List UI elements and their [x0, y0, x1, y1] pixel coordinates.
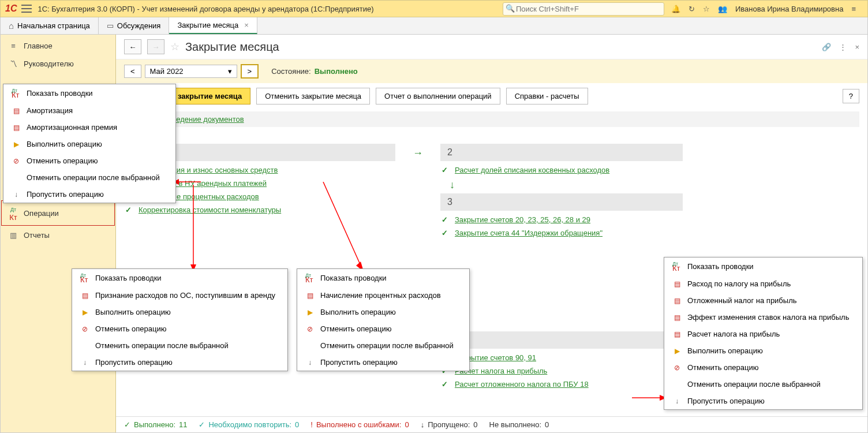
ctx-item[interactable]: ▤Признание расходов по ОС, поступившим в… [72, 287, 287, 304]
state-value: Выполнено [315, 67, 358, 76]
logo-icon: 1C [5, 3, 17, 14]
ctx-run[interactable]: ▶Выполнить операцию [297, 304, 469, 320]
ctx-show-postings[interactable]: ДтКтПоказать проводки [3, 84, 175, 102]
arrow-down-icon: ↓ [450, 317, 683, 329]
check-icon: ✓ [442, 215, 448, 224]
ctx-skip[interactable]: ↓Пропустить операцию [664, 393, 862, 409]
ctx-item[interactable]: ▤Амортизационная премия [3, 119, 175, 136]
favorite-icon[interactable]: ☆ [170, 40, 179, 53]
user-name[interactable]: Иванова Ирина Владимировна [735, 5, 844, 13]
check-icon: ✓ [442, 229, 448, 237]
doc-icon: ▤ [80, 292, 89, 300]
period-prev[interactable]: < [124, 65, 141, 78]
ctx-show-postings[interactable]: ДтКтПоказать проводки [297, 269, 469, 287]
refs-button[interactable]: Справки - расчеты [506, 88, 588, 104]
skip-icon: ↓ [12, 191, 21, 199]
history-icon[interactable]: ↻ [689, 5, 695, 13]
doc-icon: ▤ [672, 330, 682, 338]
ctx-cancel[interactable]: ⊘Отменить операцию [3, 152, 175, 169]
tabs: Начальная страница Обсуждения Закрытие м… [0, 17, 868, 35]
ctx-item[interactable]: ▤Начисление процентных расходов [297, 287, 469, 304]
ctx-cancel-after[interactable]: Отменить операции после выбранной [72, 337, 287, 354]
chart-icon: 〽 [9, 59, 18, 68]
nav-leader[interactable]: 〽Руководителю [1, 55, 115, 73]
check-icon: ✓ [442, 380, 448, 389]
period-bar: < Май 2022▾ > Состояние: Выполнено [116, 59, 867, 83]
top-icons: 🔔 ↻ ☆ 👥 Иванова Ирина Владимировна ≡ [671, 5, 856, 13]
close-page-icon[interactable]: × [855, 43, 859, 51]
ctx-item[interactable]: ▤Расчет налога на прибыль [664, 326, 862, 342]
ctx-cancel[interactable]: ⊘Отменить операцию [664, 359, 862, 376]
ctx-item[interactable]: ▤Эффект изменения ставок налога на прибы… [664, 309, 862, 326]
back-button[interactable]: ← [124, 39, 141, 54]
link-icon[interactable]: 🔗 [822, 43, 831, 51]
period-field[interactable]: Май 2022▾ [145, 65, 237, 78]
ctx-run[interactable]: ▶Выполнить операцию [3, 136, 175, 152]
page-header: ← → ☆ Закрытие месяца 🔗 ⋮ × [116, 35, 867, 59]
dtkt-icon: ДтКт [672, 262, 682, 271]
run-icon: ▶ [305, 308, 315, 316]
ctx-cancel-after[interactable]: Отменить операции после выбранной [3, 169, 175, 186]
menu-icon[interactable]: ≡ [851, 5, 856, 13]
hamburger-icon[interactable] [21, 5, 32, 13]
dropdown-icon[interactable]: ▾ [228, 67, 232, 76]
doc-icon: ▤ [12, 124, 21, 132]
reposting-row: ✓ Перепроведение документов [124, 111, 859, 127]
skip-icon: ↓ [80, 359, 89, 367]
bell-icon[interactable]: 🔔 [671, 5, 680, 13]
check-icon: ✓ [199, 420, 205, 429]
op-link[interactable]: Корректировка стоимости номенклатуры [139, 206, 281, 214]
ctx-show-postings[interactable]: ДтКтПоказать проводки [72, 269, 287, 287]
cancel-icon: ⊘ [305, 325, 315, 333]
tab-home[interactable]: Начальная страница [1, 17, 99, 34]
users-icon[interactable]: 👥 [718, 5, 727, 13]
run-icon: ▶ [672, 347, 682, 355]
title-bar: 1C 1С: Бухгалтерия 3.0 (КОРП) - Учет изм… [0, 0, 868, 17]
close-icon[interactable]: × [244, 21, 249, 29]
ctx-cancel[interactable]: ⊘Отменить операцию [297, 320, 469, 337]
report-button[interactable]: Отчет о выполнении операций [376, 88, 500, 104]
period-next[interactable]: > [241, 64, 259, 79]
op-link[interactable]: Закрытие счета 44 "Издержки обращения" [455, 229, 603, 237]
right-stages: 2 ✓Расчет долей списания косвенных расхо… [440, 144, 683, 391]
ctx-item[interactable]: ▤Расход по налогу на прибыль [664, 275, 862, 292]
arrow-right-icon: → [413, 147, 423, 159]
ctx-item[interactable]: ▤Отложенный налог на прибыль [664, 292, 862, 309]
search-icon: 🔍 [506, 4, 515, 13]
cancel-button[interactable]: Отменить закрытие месяца [256, 88, 370, 104]
dtkt-icon: ДтКт [9, 204, 18, 222]
page-title: Закрытие месяца [185, 40, 279, 54]
tab-discussions[interactable]: Обсуждения [99, 17, 170, 34]
more-icon[interactable]: ⋮ [839, 43, 847, 51]
tab-month-close[interactable]: Закрытие месяца× [169, 17, 257, 34]
run-icon: ▶ [12, 140, 21, 148]
button-bar: Выполнить закрытие месяца Отменить закры… [116, 83, 867, 109]
star-icon[interactable]: ☆ [703, 5, 710, 13]
ctx-skip[interactable]: ↓Пропустить операцию [3, 186, 175, 203]
ctx-item[interactable]: ▤Амортизация [3, 102, 175, 119]
nav-reports[interactable]: ▥Отчеты [1, 226, 115, 244]
ctx-run[interactable]: ▶Выполнить операцию [664, 342, 862, 359]
ctx-cancel-after[interactable]: Отменить операции после выбранной [297, 337, 469, 354]
check-icon: ✓ [125, 206, 132, 214]
help-button[interactable]: ? [843, 89, 859, 103]
ctx-run[interactable]: ▶Выполнить операцию [72, 304, 287, 320]
stage3-header: 3 [440, 193, 683, 211]
doc-icon: ▤ [672, 280, 682, 288]
nav-operations[interactable]: ДтКтОперации [1, 200, 115, 226]
search-input[interactable] [503, 2, 664, 16]
doc-icon: ▤ [672, 297, 682, 305]
arrow-down-icon: ↓ [450, 179, 683, 191]
op-link[interactable]: Расчет долей списания косвенных расходов [455, 166, 609, 174]
ctx-show-postings[interactable]: ДтКтПоказать проводки [664, 257, 862, 275]
op-link[interactable]: Закрытие счетов 20, 23, 25, 26, 28 и 29 [455, 215, 590, 224]
ctx-skip[interactable]: ↓Пропустить операцию [72, 354, 287, 371]
ctx-skip[interactable]: ↓Пропустить операцию [297, 354, 469, 371]
ctx-cancel[interactable]: ⊘Отменить операцию [72, 320, 287, 337]
ctx-cancel-after[interactable]: Отменить операции после выбранной [664, 376, 862, 393]
nav-main[interactable]: ≡Главное [1, 37, 115, 55]
op-link[interactable]: Расчет отложенного налога по ПБУ 18 [455, 380, 589, 389]
stage2-header: 2 [440, 144, 683, 161]
cancel-icon: ⊘ [12, 157, 21, 165]
forward-button[interactable]: → [147, 39, 164, 54]
